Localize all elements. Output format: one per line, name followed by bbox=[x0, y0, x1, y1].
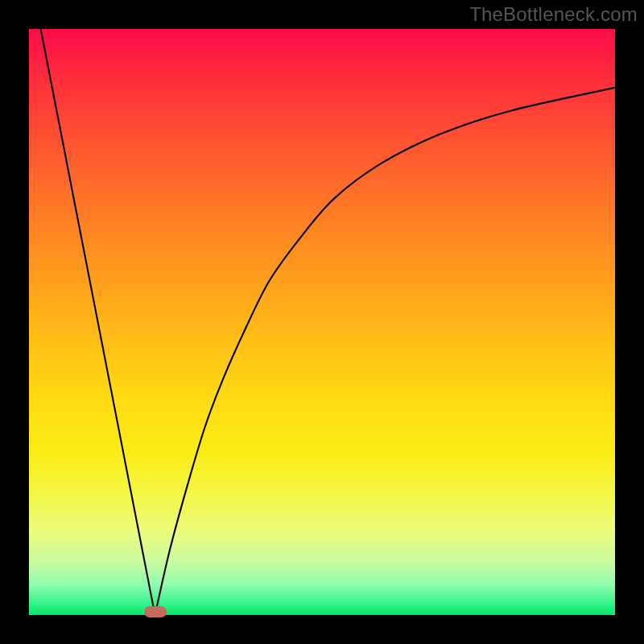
minimum-marker bbox=[144, 606, 167, 617]
right-branch-line bbox=[155, 88, 615, 615]
left-branch-line bbox=[41, 29, 155, 615]
chart-frame: TheBottleneck.com bbox=[0, 0, 644, 644]
plot-area bbox=[29, 29, 615, 615]
curve-svg bbox=[29, 29, 615, 615]
watermark-text: TheBottleneck.com bbox=[469, 3, 638, 26]
